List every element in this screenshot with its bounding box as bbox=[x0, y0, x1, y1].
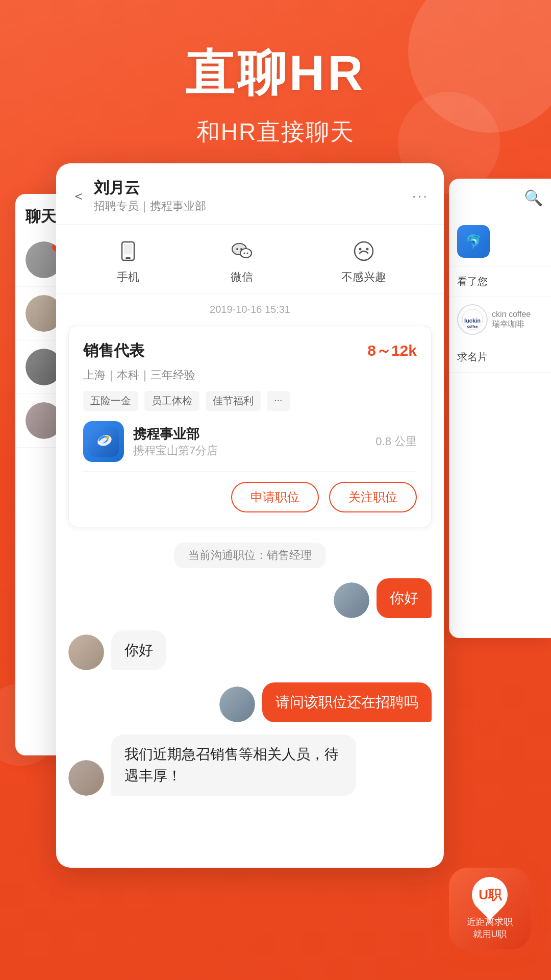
right-card-text: 求名片 bbox=[457, 350, 543, 364]
bubble-outgoing-1: 你好 bbox=[377, 578, 432, 618]
company-info: 携程事业部 携程宝山第7分店 bbox=[133, 425, 366, 458]
right-company-item: 🐬 bbox=[449, 217, 551, 266]
right-search-area: 🔍 bbox=[449, 179, 551, 217]
uzhi-logo[interactable]: U职 近距离求职 就用U职 bbox=[449, 868, 531, 949]
msg-avatar-4 bbox=[68, 760, 104, 796]
chat-timestamp: 2019-10-16 15:31 bbox=[56, 293, 444, 321]
message-row-4: 我们近期急召销售等相关人员，待遇丰厚！ bbox=[68, 734, 432, 796]
action-tabs: 手机 微信 bbox=[56, 225, 444, 293]
right-looked-item: 看了您 bbox=[449, 266, 551, 297]
svg-point-20 bbox=[106, 436, 109, 439]
uzhi-logo-inner: U职 近距离求职 就用U职 bbox=[449, 868, 531, 949]
hero-subtitle: 和HR直接聊天 bbox=[0, 116, 551, 148]
message-row-2: 你好 bbox=[68, 630, 432, 670]
job-tag-more: ··· bbox=[267, 391, 290, 411]
right-looked-text: 看了您 bbox=[457, 275, 543, 288]
svg-point-13 bbox=[246, 252, 248, 254]
svg-point-10 bbox=[236, 248, 238, 250]
current-position-notice: 当前沟通职位：销售经理 bbox=[68, 543, 432, 568]
tab-wechat-label: 微信 bbox=[231, 270, 253, 285]
current-position-badge: 当前沟通职位：销售经理 bbox=[174, 543, 326, 568]
tab-dislike-label: 不感兴趣 bbox=[341, 270, 386, 285]
main-chat-card: ＜ 刘月云 招聘专员｜携程事业部 ··· 手机 bbox=[56, 163, 444, 868]
tab-phone[interactable]: 手机 bbox=[114, 237, 142, 285]
header-name: 刘月云 bbox=[94, 178, 412, 199]
svg-point-11 bbox=[240, 248, 242, 250]
header-role: 招聘专员｜携程事业部 bbox=[94, 199, 412, 214]
bubble-outgoing-2: 请问该职位还在招聘吗 bbox=[262, 682, 432, 722]
svg-rect-4 bbox=[126, 257, 131, 259]
apply-position-button[interactable]: 申请职位 bbox=[231, 482, 319, 512]
svg-point-12 bbox=[243, 252, 245, 254]
job-card: 销售代表 8～12k 上海｜本科｜三年经验 五险一金 员工体检 佳节福利 ··· bbox=[68, 326, 432, 527]
job-tag-1: 五险一金 bbox=[83, 391, 138, 411]
svg-rect-5 bbox=[124, 244, 132, 254]
right-company-logo: 🐬 bbox=[457, 225, 490, 258]
job-salary: 8～12k bbox=[367, 340, 417, 361]
bubble-incoming-1: 你好 bbox=[111, 630, 166, 670]
hero-title: 直聊HR bbox=[0, 41, 551, 107]
job-tag-2: 员工体检 bbox=[144, 391, 199, 411]
hero-section: 直聊HR 和HR直接聊天 bbox=[0, 0, 551, 148]
tab-dislike[interactable]: 不感兴趣 bbox=[341, 237, 386, 285]
follow-position-button[interactable]: 关注职位 bbox=[329, 482, 417, 512]
job-title: 销售代表 bbox=[83, 340, 144, 361]
coffee-logo-circle: luckin coffee bbox=[457, 304, 488, 335]
message-row-1: 你好 bbox=[68, 578, 432, 618]
coffee-text: ckin coffee瑞幸咖啡 bbox=[492, 310, 531, 330]
svg-point-16 bbox=[366, 248, 368, 251]
svg-point-15 bbox=[359, 248, 361, 251]
chat-messages: 销售代表 8～12k 上海｜本科｜三年经验 五险一金 员工体检 佳节福利 ··· bbox=[56, 321, 444, 868]
svg-text:luckin: luckin bbox=[464, 317, 481, 324]
svg-text:coffee: coffee bbox=[467, 325, 478, 328]
job-tag-3: 佳节福利 bbox=[206, 391, 261, 411]
cards-container: 聊天 🔍 🐬 bbox=[0, 163, 551, 980]
company-logo bbox=[83, 421, 124, 462]
job-tags: 五险一金 员工体检 佳节福利 ··· bbox=[83, 391, 417, 411]
search-icon[interactable]: 🔍 bbox=[524, 189, 543, 207]
right-card-item: 求名片 bbox=[449, 342, 551, 373]
more-options-button[interactable]: ··· bbox=[412, 188, 429, 204]
message-row-3: 请问该职位还在招聘吗 bbox=[68, 682, 432, 722]
uzhi-tagline2: 就用U职 bbox=[473, 928, 507, 940]
tab-wechat[interactable]: 微信 bbox=[228, 237, 256, 285]
coffee-logo-area: luckin coffee ckin coffee瑞幸咖啡 bbox=[449, 297, 551, 342]
tab-phone-label: 手机 bbox=[117, 270, 139, 285]
company-branch: 携程宝山第7分店 bbox=[133, 443, 366, 458]
right-side-card: 🔍 🐬 看了您 luckin coffee ckin coffee瑞幸咖啡 求名… bbox=[449, 179, 551, 638]
dislike-icon bbox=[349, 237, 378, 265]
company-name: 携程事业部 bbox=[133, 425, 366, 443]
job-title-row: 销售代表 8～12k bbox=[83, 340, 417, 361]
company-distance: 0.8 公里 bbox=[375, 434, 417, 449]
header-info: 刘月云 招聘专员｜携程事业部 bbox=[94, 178, 412, 214]
bubble-incoming-2: 我们近期急召销售等相关人员，待遇丰厚！ bbox=[111, 734, 356, 796]
phone-icon bbox=[114, 237, 142, 265]
msg-avatar-1 bbox=[334, 582, 369, 618]
chat-header: ＜ 刘月云 招聘专员｜携程事业部 ··· bbox=[56, 163, 444, 225]
job-actions: 申请职位 关注职位 bbox=[83, 482, 417, 512]
msg-avatar-3 bbox=[219, 687, 255, 722]
job-details: 上海｜本科｜三年经验 bbox=[83, 368, 417, 383]
job-company-row: 携程事业部 携程宝山第7分店 0.8 公里 bbox=[83, 421, 417, 472]
back-button[interactable]: ＜ bbox=[71, 186, 86, 206]
wechat-icon bbox=[228, 237, 256, 265]
msg-avatar-2 bbox=[68, 634, 104, 670]
